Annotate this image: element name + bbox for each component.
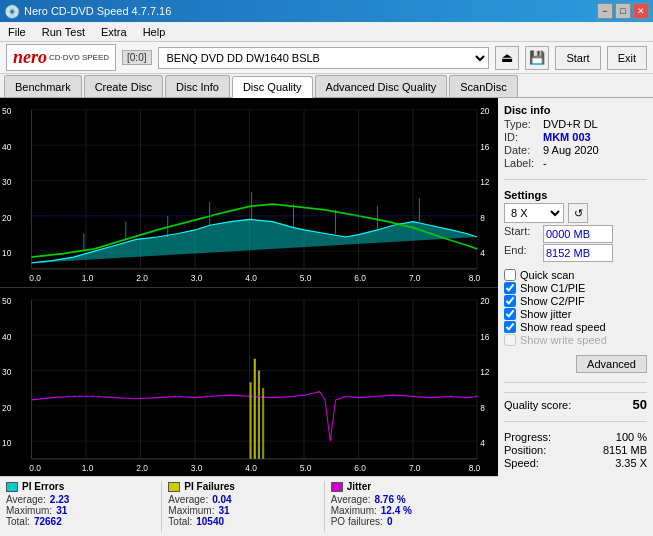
tab-scan-disc[interactable]: ScanDisc <box>449 75 517 97</box>
pi-failures-title: PI Failures <box>168 481 317 492</box>
exit-button[interactable]: Exit <box>607 46 647 70</box>
pi-errors-legend: PI Errors Average: 2.23 Maximum: 31 Tota… <box>6 481 162 532</box>
legend-area: PI Errors Average: 2.23 Maximum: 31 Tota… <box>0 476 498 536</box>
show-c2-pif-row: Show C2/PIF <box>504 295 647 307</box>
app-title: Nero CD-DVD Speed 4.7.7.16 <box>24 5 171 17</box>
pi-errors-max-row: Maximum: 31 <box>6 505 155 516</box>
label-row: Label: - <box>504 157 647 169</box>
settings-section: Settings 8 X ↺ Start: End: <box>504 189 647 263</box>
pi-errors-avg-row: Average: 2.23 <box>6 494 155 505</box>
pi-errors-title: PI Errors <box>6 481 155 492</box>
quick-scan-row: Quick scan <box>504 269 647 281</box>
progress-row: Progress: 100 % <box>504 431 647 443</box>
date-row: Date: 9 Aug 2020 <box>504 144 647 156</box>
end-mb-input[interactable] <box>543 244 613 262</box>
svg-text:8: 8 <box>480 212 485 223</box>
menu-bar: File Run Test Extra Help <box>0 22 653 42</box>
quality-score-value: 50 <box>633 397 647 412</box>
svg-text:4: 4 <box>480 247 485 258</box>
tab-disc-info[interactable]: Disc Info <box>165 75 230 97</box>
checkboxes-section: Quick scan Show C1/PIE Show C2/PIF Show … <box>504 269 647 347</box>
svg-rect-64 <box>254 358 256 458</box>
save-icon-button[interactable]: 💾 <box>525 46 549 70</box>
svg-text:16: 16 <box>480 141 489 152</box>
svg-text:40: 40 <box>2 141 11 152</box>
show-read-speed-row: Show read speed <box>504 321 647 333</box>
drive-label: [0:0] <box>122 50 151 65</box>
svg-text:0.0: 0.0 <box>29 272 41 283</box>
jitter-legend: Jitter Average: 8.76 % Maximum: 12.4 % P… <box>331 481 486 532</box>
show-jitter-row: Show jitter <box>504 308 647 320</box>
advanced-btn-container: Advanced <box>504 353 647 373</box>
show-jitter-checkbox[interactable] <box>504 308 516 320</box>
svg-text:7.0: 7.0 <box>409 272 421 283</box>
show-write-speed-checkbox <box>504 334 516 346</box>
speed-row-2: Speed: 3.35 X <box>504 457 647 469</box>
advanced-button[interactable]: Advanced <box>576 355 647 373</box>
speed-select[interactable]: 8 X <box>504 203 564 223</box>
pi-errors-total-row: Total: 72662 <box>6 516 155 527</box>
menu-run-test[interactable]: Run Test <box>38 25 89 39</box>
id-row: ID: MKM 003 <box>504 131 647 143</box>
menu-help[interactable]: Help <box>139 25 170 39</box>
svg-text:12: 12 <box>480 366 489 377</box>
svg-text:20: 20 <box>2 402 11 413</box>
svg-text:5.0: 5.0 <box>300 272 312 283</box>
disc-info-section: Disc info Type: DVD+R DL ID: MKM 003 Dat… <box>504 104 647 170</box>
svg-text:50: 50 <box>2 296 11 307</box>
quick-scan-checkbox[interactable] <box>504 269 516 281</box>
svg-text:12: 12 <box>480 177 489 188</box>
main-area: 50 40 30 20 10 20 16 12 8 4 0.0 1.0 2.0 … <box>0 98 653 536</box>
bottom-chart: 50 40 30 20 10 20 16 12 8 4 0.0 1.0 2.0 … <box>0 288 498 477</box>
svg-text:7.0: 7.0 <box>409 462 421 473</box>
show-write-speed-row: Show write speed <box>504 334 647 346</box>
start-mb-row: Start: <box>504 225 647 243</box>
drive-select[interactable]: BENQ DVD DD DW1640 BSLB <box>158 47 490 69</box>
svg-text:16: 16 <box>480 331 489 342</box>
start-button[interactable]: Start <box>555 46 600 70</box>
position-row: Position: 8151 MB <box>504 444 647 456</box>
maximize-button[interactable]: □ <box>615 3 631 19</box>
close-button[interactable]: ✕ <box>633 3 649 19</box>
jitter-po-row: PO failures: 0 <box>331 516 480 527</box>
svg-rect-66 <box>262 388 264 459</box>
top-chart-svg: 50 40 30 20 10 20 16 12 8 4 0.0 1.0 2.0 … <box>0 98 498 287</box>
svg-text:40: 40 <box>2 331 11 342</box>
svg-text:6.0: 6.0 <box>354 272 366 283</box>
show-c1-pie-checkbox[interactable] <box>504 282 516 294</box>
pi-failures-max-row: Maximum: 31 <box>168 505 317 516</box>
menu-file[interactable]: File <box>4 25 30 39</box>
toolbar: nero CD·DVD SPEED [0:0] BENQ DVD DD DW16… <box>0 42 653 74</box>
start-mb-input[interactable] <box>543 225 613 243</box>
svg-text:4: 4 <box>480 437 485 448</box>
minimize-button[interactable]: − <box>597 3 613 19</box>
tab-disc-quality[interactable]: Disc Quality <box>232 76 313 98</box>
pi-failures-total-row: Total: 10540 <box>168 516 317 527</box>
quality-score-row: Quality score: 50 <box>504 392 647 412</box>
eject-icon-button[interactable]: ⏏ <box>495 46 519 70</box>
divider-1 <box>504 179 647 180</box>
settings-title: Settings <box>504 189 647 201</box>
divider-2 <box>504 382 647 383</box>
svg-text:5.0: 5.0 <box>300 462 312 473</box>
show-c2-pif-checkbox[interactable] <box>504 295 516 307</box>
svg-text:20: 20 <box>480 296 489 307</box>
svg-rect-46 <box>0 288 498 477</box>
show-read-speed-checkbox[interactable] <box>504 321 516 333</box>
pi-failures-avg-row: Average: 0.04 <box>168 494 317 505</box>
tab-advanced-disc-quality[interactable]: Advanced Disc Quality <box>315 75 448 97</box>
tab-benchmark[interactable]: Benchmark <box>4 75 82 97</box>
refresh-icon-button[interactable]: ↺ <box>568 203 588 223</box>
progress-section: Progress: 100 % Position: 8151 MB Speed:… <box>504 431 647 470</box>
svg-text:2.0: 2.0 <box>136 462 148 473</box>
tab-bar: Benchmark Create Disc Disc Info Disc Qua… <box>0 74 653 98</box>
svg-text:20: 20 <box>2 212 11 223</box>
svg-text:8.0: 8.0 <box>469 462 481 473</box>
menu-extra[interactable]: Extra <box>97 25 131 39</box>
type-row: Type: DVD+R DL <box>504 118 647 130</box>
svg-text:10: 10 <box>2 437 11 448</box>
svg-text:0.0: 0.0 <box>29 462 41 473</box>
svg-text:3.0: 3.0 <box>191 272 203 283</box>
svg-text:50: 50 <box>2 106 11 117</box>
tab-create-disc[interactable]: Create Disc <box>84 75 163 97</box>
